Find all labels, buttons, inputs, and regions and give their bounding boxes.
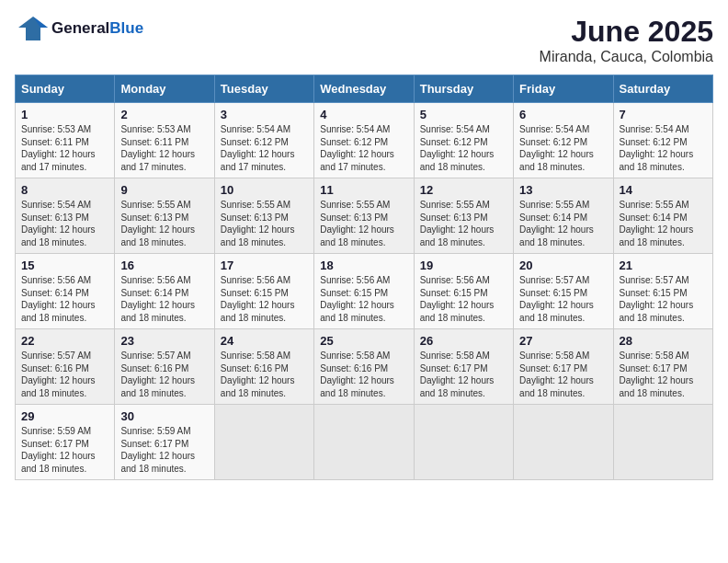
day-number: 26 xyxy=(420,334,507,348)
day-detail: Sunrise: 5:53 AMSunset: 6:11 PMDaylight:… xyxy=(120,123,208,173)
day-detail: Sunrise: 5:58 AMSunset: 6:17 PMDaylight:… xyxy=(519,350,607,399)
day-number: 13 xyxy=(519,183,607,197)
calendar-cell: 8Sunrise: 5:54 AMSunset: 6:13 PMDaylight… xyxy=(16,178,115,254)
day-number: 3 xyxy=(221,108,308,121)
calendar-cell: 19Sunrise: 5:56 AMSunset: 6:15 PMDayligh… xyxy=(414,254,513,329)
day-number: 19 xyxy=(420,259,507,272)
day-number: 9 xyxy=(120,183,208,197)
header-sunday: Sunday xyxy=(16,75,115,103)
day-detail: Sunrise: 5:55 AMSunset: 6:13 PMDaylight:… xyxy=(120,199,208,248)
calendar-week-row: 1Sunrise: 5:53 AMSunset: 6:11 PMDaylight… xyxy=(16,103,713,178)
calendar-header-row: SundayMondayTuesdayWednesdayThursdayFrid… xyxy=(16,75,713,103)
calendar-cell xyxy=(214,405,313,480)
day-detail: Sunrise: 5:54 AMSunset: 6:12 PMDaylight:… xyxy=(320,123,407,173)
day-number: 25 xyxy=(320,334,407,348)
day-detail: Sunrise: 5:54 AMSunset: 6:12 PMDaylight:… xyxy=(519,123,607,173)
calendar-cell: 13Sunrise: 5:55 AMSunset: 6:14 PMDayligh… xyxy=(514,178,613,254)
day-detail: Sunrise: 5:54 AMSunset: 6:12 PMDaylight:… xyxy=(420,123,507,173)
day-detail: Sunrise: 5:57 AMSunset: 6:16 PMDaylight:… xyxy=(120,350,208,399)
day-number: 20 xyxy=(519,259,607,272)
day-number: 30 xyxy=(120,409,208,423)
day-detail: Sunrise: 5:55 AMSunset: 6:14 PMDaylight:… xyxy=(519,199,607,248)
calendar-cell xyxy=(613,405,712,480)
calendar-cell: 5Sunrise: 5:54 AMSunset: 6:12 PMDaylight… xyxy=(414,103,513,178)
calendar-cell: 18Sunrise: 5:56 AMSunset: 6:15 PMDayligh… xyxy=(314,254,414,329)
day-detail: Sunrise: 5:56 AMSunset: 6:14 PMDaylight:… xyxy=(21,274,108,324)
header-friday: Friday xyxy=(514,75,613,103)
calendar-cell: 16Sunrise: 5:56 AMSunset: 6:14 PMDayligh… xyxy=(115,254,214,329)
calendar-cell: 9Sunrise: 5:55 AMSunset: 6:13 PMDaylight… xyxy=(115,178,214,254)
calendar-cell: 25Sunrise: 5:58 AMSunset: 6:16 PMDayligh… xyxy=(314,329,414,405)
day-number: 29 xyxy=(21,409,108,423)
calendar-title: June 2025 xyxy=(540,15,713,49)
day-detail: Sunrise: 5:57 AMSunset: 6:15 PMDaylight:… xyxy=(519,274,607,324)
day-number: 18 xyxy=(320,259,407,272)
calendar-table: SundayMondayTuesdayWednesdayThursdayFrid… xyxy=(15,75,713,480)
day-detail: Sunrise: 5:56 AMSunset: 6:15 PMDaylight:… xyxy=(420,274,507,324)
calendar-cell: 27Sunrise: 5:58 AMSunset: 6:17 PMDayligh… xyxy=(514,329,613,405)
day-number: 7 xyxy=(620,108,707,121)
day-detail: Sunrise: 5:59 AMSunset: 6:17 PMDaylight:… xyxy=(21,425,108,475)
day-detail: Sunrise: 5:57 AMSunset: 6:15 PMDaylight:… xyxy=(620,274,707,324)
header: GeneralBlue June 2025 Miranda, Cauca, Co… xyxy=(15,15,713,65)
header-saturday: Saturday xyxy=(613,75,712,103)
day-number: 27 xyxy=(519,334,607,348)
calendar-cell xyxy=(514,405,613,480)
calendar-week-row: 22Sunrise: 5:57 AMSunset: 6:16 PMDayligh… xyxy=(16,329,713,405)
day-number: 5 xyxy=(420,108,507,121)
calendar-cell: 20Sunrise: 5:57 AMSunset: 6:15 PMDayligh… xyxy=(514,254,613,329)
day-detail: Sunrise: 5:58 AMSunset: 6:16 PMDaylight:… xyxy=(221,350,308,399)
day-number: 16 xyxy=(120,259,208,272)
calendar-cell: 28Sunrise: 5:58 AMSunset: 6:17 PMDayligh… xyxy=(613,329,712,405)
logo: GeneralBlue xyxy=(15,15,143,42)
day-number: 14 xyxy=(620,183,707,197)
day-detail: Sunrise: 5:54 AMSunset: 6:12 PMDaylight:… xyxy=(620,123,707,173)
calendar-cell: 22Sunrise: 5:57 AMSunset: 6:16 PMDayligh… xyxy=(16,329,115,405)
logo-blue: Blue xyxy=(109,19,143,37)
day-number: 1 xyxy=(21,108,108,121)
day-number: 17 xyxy=(221,259,308,272)
title-area: June 2025 Miranda, Cauca, Colombia xyxy=(540,15,713,65)
calendar-cell: 12Sunrise: 5:55 AMSunset: 6:13 PMDayligh… xyxy=(414,178,513,254)
day-detail: Sunrise: 5:55 AMSunset: 6:13 PMDaylight:… xyxy=(221,199,308,248)
day-number: 28 xyxy=(620,334,707,348)
calendar-cell: 26Sunrise: 5:58 AMSunset: 6:17 PMDayligh… xyxy=(414,329,513,405)
day-detail: Sunrise: 5:55 AMSunset: 6:13 PMDaylight:… xyxy=(420,199,507,248)
day-number: 24 xyxy=(221,334,308,348)
calendar-cell xyxy=(314,405,414,480)
calendar-cell: 1Sunrise: 5:53 AMSunset: 6:11 PMDaylight… xyxy=(16,103,115,178)
day-detail: Sunrise: 5:55 AMSunset: 6:13 PMDaylight:… xyxy=(320,199,407,248)
day-detail: Sunrise: 5:54 AMSunset: 6:12 PMDaylight:… xyxy=(221,123,308,173)
header-tuesday: Tuesday xyxy=(214,75,313,103)
calendar-cell: 6Sunrise: 5:54 AMSunset: 6:12 PMDaylight… xyxy=(514,103,613,178)
day-detail: Sunrise: 5:55 AMSunset: 6:14 PMDaylight:… xyxy=(620,199,707,248)
day-number: 21 xyxy=(620,259,707,272)
day-number: 22 xyxy=(21,334,108,348)
day-number: 6 xyxy=(519,108,607,121)
calendar-cell: 4Sunrise: 5:54 AMSunset: 6:12 PMDaylight… xyxy=(314,103,414,178)
day-detail: Sunrise: 5:57 AMSunset: 6:16 PMDaylight:… xyxy=(21,350,108,399)
calendar-cell: 29Sunrise: 5:59 AMSunset: 6:17 PMDayligh… xyxy=(16,405,115,480)
day-detail: Sunrise: 5:58 AMSunset: 6:17 PMDaylight:… xyxy=(420,350,507,399)
calendar-week-row: 15Sunrise: 5:56 AMSunset: 6:14 PMDayligh… xyxy=(16,254,713,329)
day-number: 8 xyxy=(21,183,108,197)
calendar-week-row: 8Sunrise: 5:54 AMSunset: 6:13 PMDaylight… xyxy=(16,178,713,254)
day-detail: Sunrise: 5:59 AMSunset: 6:17 PMDaylight:… xyxy=(120,425,208,475)
day-detail: Sunrise: 5:58 AMSunset: 6:16 PMDaylight:… xyxy=(320,350,407,399)
calendar-cell xyxy=(414,405,513,480)
calendar-cell: 2Sunrise: 5:53 AMSunset: 6:11 PMDaylight… xyxy=(115,103,214,178)
logo-general: General xyxy=(51,19,109,37)
calendar-cell: 30Sunrise: 5:59 AMSunset: 6:17 PMDayligh… xyxy=(115,405,214,480)
calendar-cell: 3Sunrise: 5:54 AMSunset: 6:12 PMDaylight… xyxy=(214,103,313,178)
day-detail: Sunrise: 5:56 AMSunset: 6:15 PMDaylight:… xyxy=(320,274,407,324)
day-detail: Sunrise: 5:54 AMSunset: 6:13 PMDaylight:… xyxy=(21,199,108,248)
day-number: 10 xyxy=(221,183,308,197)
calendar-cell: 10Sunrise: 5:55 AMSunset: 6:13 PMDayligh… xyxy=(214,178,313,254)
calendar-cell: 23Sunrise: 5:57 AMSunset: 6:16 PMDayligh… xyxy=(115,329,214,405)
day-number: 11 xyxy=(320,183,407,197)
calendar-cell: 21Sunrise: 5:57 AMSunset: 6:15 PMDayligh… xyxy=(613,254,712,329)
day-number: 2 xyxy=(120,108,208,121)
calendar-cell: 17Sunrise: 5:56 AMSunset: 6:15 PMDayligh… xyxy=(214,254,313,329)
calendar-cell: 14Sunrise: 5:55 AMSunset: 6:14 PMDayligh… xyxy=(613,178,712,254)
day-number: 12 xyxy=(420,183,507,197)
